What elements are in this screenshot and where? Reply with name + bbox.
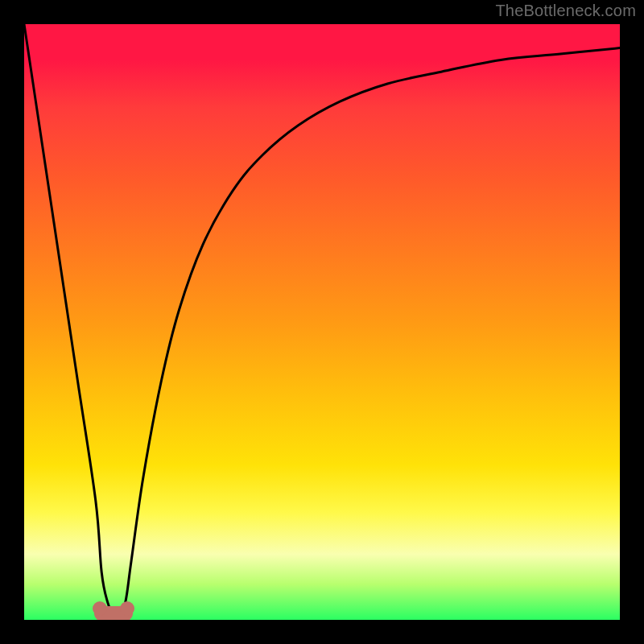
- optimal-point-marker: [94, 606, 133, 620]
- chart-frame: TheBottleneck.com: [0, 0, 644, 644]
- attribution-text: TheBottleneck.com: [495, 2, 636, 20]
- plot-area: [24, 24, 620, 620]
- bottleneck-curve: [24, 24, 620, 620]
